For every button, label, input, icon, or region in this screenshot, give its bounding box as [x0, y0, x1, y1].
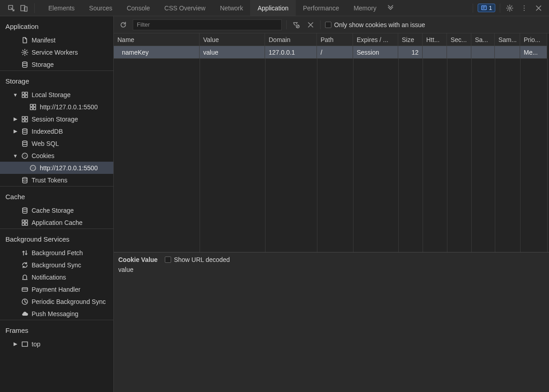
table-cell[interactable]: / — [317, 46, 353, 59]
svg-point-9 — [23, 61, 27, 63]
svg-point-4 — [509, 7, 511, 9]
inspect-icon[interactable] — [6, 3, 16, 13]
col-value[interactable]: Value — [200, 33, 265, 46]
tab-network[interactable]: Network — [213, 0, 250, 16]
sidebar-item-application-cache[interactable]: ▶Application Cache — [0, 216, 113, 229]
cookie-icon — [29, 164, 37, 172]
tab-memory[interactable]: Memory — [346, 0, 384, 16]
filter-input[interactable] — [133, 19, 282, 30]
cookies-table-empty-area — [114, 59, 549, 252]
gear-icon — [21, 48, 29, 56]
frame-icon — [21, 340, 29, 348]
svg-point-34 — [23, 177, 27, 179]
tab-sources[interactable]: Sources — [82, 0, 119, 16]
table-cell[interactable]: Me... — [520, 46, 547, 59]
col-sa[interactable]: Sa... — [471, 33, 495, 46]
kebab-menu-icon[interactable] — [519, 3, 529, 13]
sidebar-item-background-sync[interactable]: ▶Background Sync — [0, 259, 113, 271]
sidebar-section-cache: Cache — [0, 187, 113, 204]
svg-point-25 — [23, 154, 24, 155]
show-url-decoded-checkbox[interactable]: Show URL decoded — [165, 256, 230, 263]
sidebar-item-label: http://127.0.0.1:5500 — [40, 103, 113, 111]
table-cell[interactable]: nameKey — [114, 46, 200, 59]
svg-point-28 — [26, 156, 27, 157]
table-cell[interactable] — [423, 46, 447, 59]
tab-console[interactable]: Console — [120, 0, 157, 16]
sidebar-item-storage[interactable]: ▶Storage — [0, 58, 113, 70]
sidebar-item-push-messaging[interactable]: ▶Push Messaging — [0, 308, 113, 320]
sidebar-item-top[interactable]: ▶top — [0, 338, 113, 350]
sidebar-item-session-storage[interactable]: ▶Session Storage — [0, 113, 113, 125]
cloud-icon — [21, 310, 29, 318]
col-prio[interactable]: Prio... — [520, 33, 547, 46]
grid-icon — [21, 115, 29, 123]
cookies-toolbar: Only show cookies with an issue — [114, 16, 549, 33]
sidebar-item-background-fetch[interactable]: ▶Background Fetch — [0, 247, 113, 259]
sidebar-item-manifest[interactable]: ▶Manifest — [0, 34, 113, 46]
sidebar-item-payment-handler[interactable]: ▶Payment Handler — [0, 283, 113, 295]
sidebar-item-label: Notifications — [32, 274, 113, 281]
sidebar-item-label: Push Messaging — [32, 310, 113, 317]
col-size[interactable]: Size — [398, 33, 423, 46]
table-cell[interactable] — [447, 46, 471, 59]
sidebar-item-indexeddb[interactable]: ▶IndexedDB — [0, 125, 113, 137]
table-cell[interactable]: 127.0.0.1 — [265, 46, 317, 59]
col-path[interactable]: Path — [317, 33, 353, 46]
svg-point-33 — [34, 168, 35, 169]
table-cell[interactable]: value — [200, 46, 265, 59]
sidebar-item-web-sql[interactable]: ▶Web SQL — [0, 137, 113, 149]
sidebar-item-label: Background Fetch — [32, 249, 113, 257]
sidebar-item-service-workers[interactable]: ▶Service Workers — [0, 46, 113, 58]
db-icon — [21, 206, 29, 215]
sidebar-item-label: Cookies — [32, 152, 113, 159]
device-toolbar-icon[interactable] — [19, 3, 29, 13]
sidebar-item-local-storage[interactable]: ▼Local Storage — [0, 89, 113, 101]
db-icon — [21, 140, 29, 148]
sidebar-item-http-127-0-0-1-5500[interactable]: ▶http://127.0.0.1:5500 — [0, 162, 113, 174]
refresh-icon[interactable] — [118, 20, 128, 30]
svg-rect-18 — [22, 117, 24, 119]
svg-rect-11 — [25, 92, 28, 94]
svg-point-26 — [25, 155, 26, 156]
svg-rect-36 — [22, 220, 24, 222]
sidebar-item-label: IndexedDB — [32, 128, 113, 135]
col-sec[interactable]: Sec... — [447, 33, 471, 46]
application-sidebar: Application▶Manifest▶Service Workers▶Sto… — [0, 16, 114, 392]
tab-application[interactable]: Application — [250, 0, 296, 16]
sidebar-item-periodic-background-sync[interactable]: ▶Periodic Background Sync — [0, 295, 113, 308]
sidebar-item-label: Web SQL — [32, 140, 113, 147]
table-cell[interactable] — [471, 46, 495, 59]
issues-badge[interactable]: 1 — [478, 4, 495, 12]
sidebar-item-cache-storage[interactable]: ▶Cache Storage — [0, 204, 113, 216]
devtools-tabbar: ElementsSourcesConsoleCSS OverviewNetwor… — [0, 0, 549, 16]
table-cell[interactable]: 12 — [398, 46, 423, 59]
svg-point-7 — [524, 9, 525, 10]
grid-icon — [21, 219, 29, 227]
col-htt[interactable]: Htt... — [423, 33, 447, 46]
sidebar-item-label: Trust Tokens — [32, 177, 113, 184]
clear-all-icon[interactable] — [306, 20, 316, 30]
file-icon — [21, 36, 29, 44]
tab-css-overview[interactable]: CSS Overview — [157, 0, 213, 16]
clear-filtered-icon[interactable] — [291, 20, 301, 30]
sidebar-item-notifications[interactable]: ▶Notifications — [0, 271, 113, 283]
sidebar-item-trust-tokens[interactable]: ▶Trust Tokens — [0, 174, 113, 186]
col-sam[interactable]: Sam... — [495, 33, 520, 46]
sidebar-item-label: Manifest — [32, 37, 113, 44]
table-cell[interactable] — [495, 46, 520, 59]
tab-performance[interactable]: Performance — [296, 0, 346, 16]
only-issues-checkbox[interactable]: Only show cookies with an issue — [325, 21, 425, 28]
col-domain[interactable]: Domain — [265, 33, 317, 46]
table-cell[interactable]: Session — [353, 46, 398, 59]
close-devtools-icon[interactable] — [534, 3, 544, 13]
more-tabs-icon[interactable] — [386, 3, 395, 13]
svg-rect-40 — [22, 288, 28, 291]
col-expires[interactable]: Expires / ... — [353, 33, 398, 46]
svg-rect-15 — [33, 104, 36, 107]
settings-gear-icon[interactable] — [505, 3, 515, 13]
tab-elements[interactable]: Elements — [41, 0, 82, 16]
bell-icon — [21, 273, 29, 281]
sidebar-item-http-127-0-0-1-5500[interactable]: ▶http://127.0.0.1:5500 — [0, 101, 113, 113]
sidebar-item-cookies[interactable]: ▼Cookies — [0, 149, 113, 162]
col-name[interactable]: Name — [114, 33, 200, 46]
